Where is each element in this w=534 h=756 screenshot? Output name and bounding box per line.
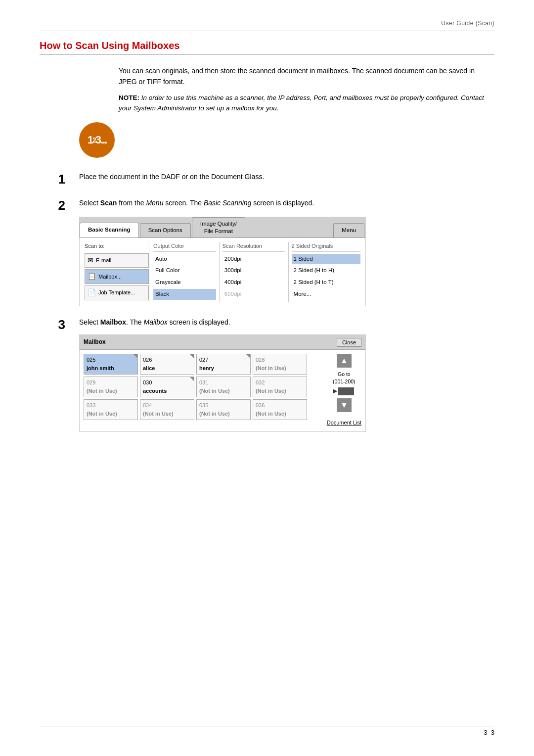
res-200[interactable]: 200dpi xyxy=(222,254,285,265)
mailbox-body: 025 john smith 026 alice 027 xyxy=(80,350,365,431)
goto-display xyxy=(338,387,354,395)
output-black[interactable]: Black xyxy=(153,289,216,300)
mailbox-cell-029: 029 (Not in Use) xyxy=(84,377,138,397)
mailbox-title: Mailbox xyxy=(84,337,106,347)
tab-indicator xyxy=(134,354,137,358)
step-1-content: Place the document in the DADF or on the… xyxy=(79,172,494,183)
mailbox-cell-036: 036 (Not in Use) xyxy=(253,399,307,420)
mailbox-cell-030[interactable]: 030 accounts xyxy=(140,377,194,397)
title-rule xyxy=(40,54,494,55)
sided-more[interactable]: More... xyxy=(292,289,360,300)
output-color-panel: Output Color Auto Full Color Grayscale B… xyxy=(153,242,219,302)
scan-resolution-panel: Scan Resolution 200dpi 300dpi 400dpi 600… xyxy=(219,242,288,302)
res-400[interactable]: 400dpi xyxy=(222,277,285,288)
output-fullcolor[interactable]: Full Color xyxy=(153,265,216,276)
step-1: 1 Place the document in the DADF or on t… xyxy=(40,172,494,187)
scan-email-label: E-mail xyxy=(96,256,111,265)
mailbox-nav: ▲ Go to(001-200) ▶ ▼ Document List xyxy=(327,354,361,427)
header-rule xyxy=(40,31,494,31)
step-2-content: Select Scan from the Menu screen. The Ba… xyxy=(79,198,494,306)
mailbox-cell-025[interactable]: 025 john smith xyxy=(84,354,138,375)
output-grayscale[interactable]: Grayscale xyxy=(153,277,216,288)
mailbox-grid: 025 john smith 026 alice 027 xyxy=(84,354,324,427)
scan-mailbox-label: Mailbox... xyxy=(98,273,122,281)
tab-image-quality[interactable]: Image Quality/File Format xyxy=(192,217,245,237)
res-600: 600dpi xyxy=(222,289,285,300)
res-300[interactable]: 300dpi xyxy=(222,265,285,276)
step-1-number: 1 xyxy=(40,172,79,187)
step-2-post2: screen is displayed. xyxy=(251,199,314,207)
mailbox-cell-033: 033 (Not in Use) xyxy=(84,399,138,420)
tab-indicator xyxy=(246,354,250,358)
jobtemplate-icon: 📄 xyxy=(88,287,96,298)
page-number: 3–3 xyxy=(484,729,494,736)
goto-input-area: ▶ xyxy=(333,387,356,395)
sided-1[interactable]: 1 Sided xyxy=(292,254,360,265)
tab-indicator xyxy=(190,377,194,381)
step-2-mid: from the xyxy=(117,199,146,207)
step-3-number: 3 xyxy=(40,317,79,332)
scan-jobtemplate-item[interactable]: 📄 Job Template... xyxy=(85,285,149,300)
basic-scanning-ui: Basic Scanning Scan Options Image Qualit… xyxy=(79,217,366,306)
note-body: In order to use this machine as a scanne… xyxy=(119,94,484,111)
mailbox-row-1: 025 john smith 026 alice 027 xyxy=(84,354,324,375)
sided-2hh[interactable]: 2 Sided (H to H) xyxy=(292,265,360,276)
step-3-post2: screen is displayed. xyxy=(168,318,230,326)
mailbox-cell-034: 034 (Not in Use) xyxy=(140,399,194,420)
scan-jobtemplate-label: Job Template... xyxy=(98,288,135,297)
step-icon: 123... xyxy=(79,122,115,158)
email-icon: ✉ xyxy=(88,255,93,266)
scan-mailbox-item[interactable]: 📋 Mailbox... xyxy=(85,269,149,284)
step-2-italic2: Basic Scanning xyxy=(204,199,252,207)
mailbox-icon: 📋 xyxy=(88,271,96,282)
mailbox-cell-028: 028 (Not in Use) xyxy=(253,354,307,375)
page-header: User Guide (Scan) xyxy=(40,20,494,27)
close-button[interactable]: Close xyxy=(337,338,361,347)
mailbox-cell-027[interactable]: 027 henry xyxy=(196,354,251,375)
intro-paragraph: You can scan originals, and then store t… xyxy=(119,66,494,87)
mailbox-cell-035: 035 (Not in Use) xyxy=(196,399,251,420)
note-paragraph: NOTE: In order to use this machine as a … xyxy=(119,93,494,113)
page-title: How to Scan Using Mailboxes xyxy=(40,40,494,51)
tab-basic-scanning[interactable]: Basic Scanning xyxy=(80,223,139,237)
step-2-number: 2 xyxy=(40,198,79,213)
nav-down-arrow[interactable]: ▼ xyxy=(337,398,352,412)
step-3-post: . The xyxy=(126,318,144,326)
output-color-header: Output Color xyxy=(153,242,216,252)
page-container: User Guide (Scan) How to Scan Using Mail… xyxy=(0,0,534,756)
header-label: User Guide (Scan) xyxy=(441,20,494,27)
sided-originals-panel: 2 Sided Originals 1 Sided 2 Sided (H to … xyxy=(288,242,360,302)
mailbox-row-2: 029 (Not in Use) 030 accounts 031 (Not i… xyxy=(84,377,324,397)
note-label: NOTE: xyxy=(119,94,139,101)
step-2-italic: Menu xyxy=(146,199,163,207)
goto-label: Go to(001-200) xyxy=(333,371,356,385)
step-2-post: screen. The xyxy=(163,199,203,207)
tab-indicator xyxy=(190,354,194,358)
step-3-bold: Mailbox xyxy=(100,318,126,326)
sided-originals-header: 2 Sided Originals xyxy=(292,242,360,252)
ui-tabs: Basic Scanning Scan Options Image Qualit… xyxy=(80,217,365,238)
output-auto[interactable]: Auto xyxy=(153,254,216,265)
scan-email-item[interactable]: ✉ E-mail xyxy=(85,253,149,268)
tab-menu[interactable]: Menu xyxy=(333,223,364,237)
document-list-link[interactable]: Document List xyxy=(327,420,361,425)
step-3-pre: Select xyxy=(79,318,100,326)
step-2-pre: Select xyxy=(79,199,100,207)
intro-block: You can scan originals, and then store t… xyxy=(119,66,494,113)
ui-body: Scan to: ✉ E-mail 📋 Mailbox... 📄 Job Tem… xyxy=(80,238,365,306)
goto-area: Go to(001-200) ▶ xyxy=(333,371,356,395)
step-2: 2 Select Scan from the Menu screen. The … xyxy=(40,198,494,306)
mailbox-row-3: 033 (Not in Use) 034 (Not in Use) 035 (N… xyxy=(84,399,324,420)
nav-up-arrow[interactable]: ▲ xyxy=(337,354,352,368)
tab-scan-options[interactable]: Scan Options xyxy=(140,223,191,237)
mailbox-cell-026[interactable]: 026 alice xyxy=(140,354,194,375)
step-2-bold: Scan xyxy=(100,199,117,207)
step-3: 3 Select Mailbox. The Mailbox screen is … xyxy=(40,317,494,432)
footer-rule xyxy=(40,726,494,726)
step-3-content: Select Mailbox. The Mailbox screen is di… xyxy=(79,317,494,432)
step-icon-area: 123... xyxy=(79,122,494,158)
mailbox-header: Mailbox Close xyxy=(80,335,365,350)
mailbox-ui: Mailbox Close 025 john smith xyxy=(79,334,366,431)
step-3-italic: Mailbox xyxy=(143,318,167,326)
sided-2ht[interactable]: 2 Sided (H to T) xyxy=(292,277,360,288)
